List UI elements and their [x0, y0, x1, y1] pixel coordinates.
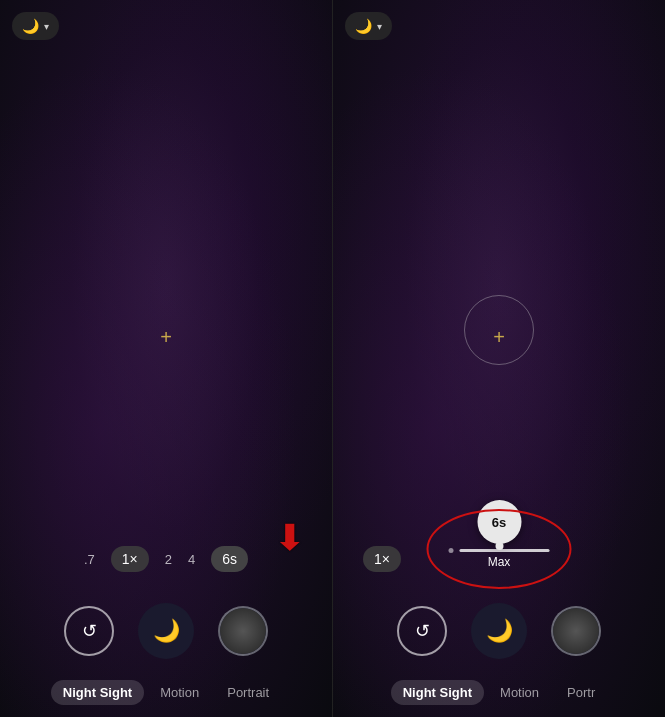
exposure-fill [460, 549, 550, 552]
zoom-07-left[interactable]: .7 [84, 552, 95, 567]
tabs-row-left: Night Sight Motion Portrait [0, 680, 332, 705]
rotate-icon-right: ↺ [415, 620, 430, 642]
photo-thumbnail-left[interactable] [218, 606, 268, 656]
zoom-2-left[interactable]: 2 [165, 552, 172, 567]
right-panel: 🌙 ▾ + 1× 6s Max ↺ 🌙 Night Sig [333, 0, 665, 717]
tab-night-sight-left[interactable]: Night Sight [51, 680, 144, 705]
chevron-down-icon-right: ▾ [377, 21, 382, 32]
moon-icon-btn-left: 🌙 [153, 618, 180, 644]
tabs-row-right: Night Sight Motion Portr [333, 680, 665, 705]
zoom-1x-right[interactable]: 1× [363, 546, 401, 572]
exposure-popup[interactable]: 6s Max [449, 500, 550, 569]
night-mode-button-right[interactable]: 🌙 [471, 603, 527, 659]
red-arrow-indicator: ⬇ [273, 517, 306, 559]
mode-selector-right[interactable]: 🌙 ▾ [345, 12, 392, 40]
moon-icon-left: 🌙 [22, 18, 39, 34]
controls-row-left: ↺ 🌙 [0, 603, 332, 659]
rotate-icon-left: ↺ [82, 620, 97, 642]
tab-motion-left[interactable]: Motion [148, 680, 211, 705]
moon-icon-btn-right: 🌙 [486, 618, 513, 644]
moon-icon-right: 🌙 [355, 18, 372, 34]
chevron-down-icon-left: ▾ [44, 21, 49, 32]
exposure-max-label: Max [488, 555, 511, 569]
rotate-button-left[interactable]: ↺ [64, 606, 114, 656]
zoom-4-left[interactable]: 4 [188, 552, 195, 567]
left-panel: 🌙 ▾ + .7 1× 2 4 6s ⬇ ↺ 🌙 Night Sight Mot… [0, 0, 332, 717]
rotate-button-right[interactable]: ↺ [397, 606, 447, 656]
zoom-1x-left[interactable]: 1× [111, 546, 149, 572]
exposure-bubble: 6s [477, 500, 521, 544]
thumb-image-right [553, 608, 599, 654]
zoom-6s-left[interactable]: 6s [211, 546, 248, 572]
tab-portrait-left[interactable]: Portrait [215, 680, 281, 705]
mode-selector-left[interactable]: 🌙 ▾ [12, 12, 59, 40]
tab-motion-right[interactable]: Motion [488, 680, 551, 705]
thumb-image-left [220, 608, 266, 654]
exposure-dot-min [449, 548, 454, 553]
crosshair-right: + [493, 327, 505, 347]
night-mode-button-left[interactable]: 🌙 [138, 603, 194, 659]
photo-thumbnail-right[interactable] [551, 606, 601, 656]
crosshair-left: + [160, 327, 172, 347]
tab-night-sight-right[interactable]: Night Sight [391, 680, 484, 705]
controls-row-right: ↺ 🌙 [333, 603, 665, 659]
tab-portrait-right[interactable]: Portr [555, 680, 607, 705]
exposure-slider[interactable] [460, 549, 550, 552]
